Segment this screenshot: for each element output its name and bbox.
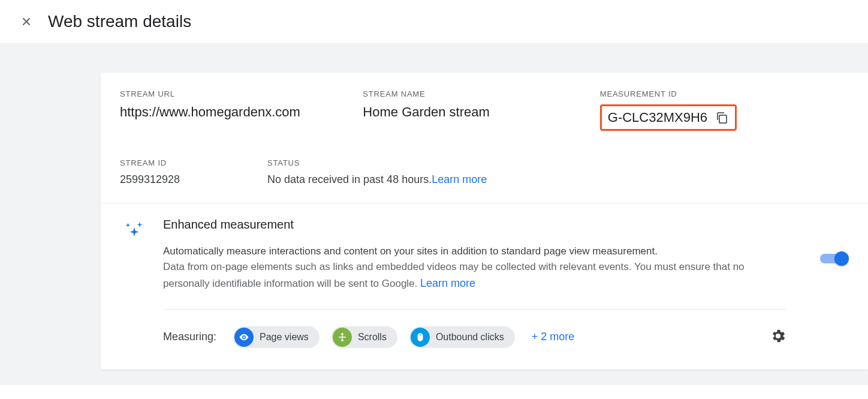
more-events-link[interactable]: + 2 more [532,331,575,343]
measurement-id-field: MEASUREMENT ID G-CLC32MX9H6 [600,89,849,131]
content-canvas: STREAM URL https://www.homegardenx.com S… [0,44,868,385]
stream-details-block: STREAM URL https://www.homegardenx.com S… [101,73,868,203]
measuring-label: Measuring: [163,331,216,343]
status-value: No data received in past 48 hours.Learn … [267,173,849,186]
page-title: Web stream details [48,12,191,31]
gear-icon [770,328,786,344]
stream-url-value: https://www.homegardenx.com [120,104,363,120]
stream-url-label: STREAM URL [120,89,363,98]
close-icon [20,15,33,28]
svg-rect-0 [719,115,727,123]
panel-header: Web stream details [0,0,868,44]
mouse-icon [411,328,430,347]
measurement-id-highlight: G-CLC32MX9H6 [600,104,737,131]
chip-page-views: Page views [233,326,320,348]
eye-icon [234,328,254,347]
measurement-id-value: G-CLC32MX9H6 [608,110,707,125]
stream-name-label: STREAM NAME [363,89,599,98]
chip-label: Outbound clicks [436,332,504,343]
chip-outbound-clicks: Outbound clicks [409,326,515,348]
enhanced-learn-more-link[interactable]: Learn more [420,277,475,289]
chip-scrolls: Scrolls [331,326,397,348]
enhanced-settings-button[interactable] [770,328,786,347]
enhanced-desc-primary: Automatically measure interactions and c… [163,244,786,259]
enhanced-toggle-col [801,218,849,348]
stream-id-label: STREAM ID [120,158,267,167]
copy-measurement-id-button[interactable] [715,110,729,125]
copy-icon [715,110,729,125]
status-field: STATUS No data received in past 48 hours… [267,158,849,186]
chip-label: Page views [260,332,309,343]
enhanced-measurement-section: Enhanced measurement Automatically measu… [101,203,868,370]
stream-panel: STREAM URL https://www.homegardenx.com S… [101,73,868,370]
stream-id-value: 2599312928 [120,173,267,186]
enhanced-body: Enhanced measurement Automatically measu… [163,218,786,348]
enhanced-icon-col [120,218,149,348]
close-button[interactable] [14,10,38,34]
stream-id-field: STREAM ID 2599312928 [120,158,267,186]
measuring-row: Measuring: Page views Scrolls [163,309,786,348]
enhanced-desc-secondary: Data from on-page elements such as links… [163,259,786,292]
toggle-thumb [834,251,849,266]
scroll-icon [333,328,352,347]
stream-name-value: Home Garden stream [363,104,599,120]
enhanced-title: Enhanced measurement [163,218,786,232]
status-text: No data received in past 48 hours. [267,173,432,185]
stream-name-field: STREAM NAME Home Garden stream [363,89,599,120]
stream-url-field: STREAM URL https://www.homegardenx.com [120,89,363,120]
enhanced-toggle[interactable] [820,251,849,266]
chip-label: Scrolls [358,332,387,343]
sparkles-icon [123,220,145,242]
status-label: STATUS [267,158,849,167]
status-learn-more-link[interactable]: Learn more [432,173,487,185]
measurement-id-label: MEASUREMENT ID [600,89,849,98]
